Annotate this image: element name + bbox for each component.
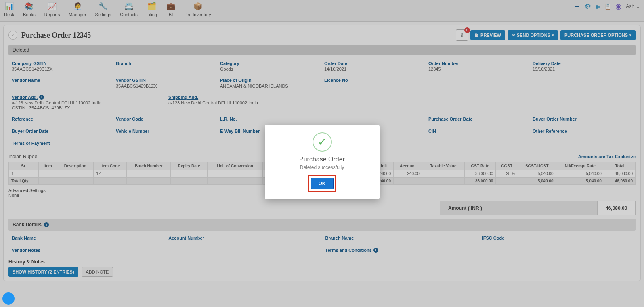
- field-value: ANDAMAN & NICOBAR ISLANDS: [220, 84, 318, 88]
- nav-manager[interactable]: 🧑‍💼Manager: [69, 2, 86, 17]
- nav-label: Manager: [69, 12, 86, 17]
- vendor-address-link[interactable]: Vendor Add.i: [12, 95, 162, 100]
- ok-button[interactable]: OK: [311, 178, 334, 189]
- col-header: Account: [393, 162, 422, 170]
- nav-books[interactable]: 📚Books: [23, 2, 36, 17]
- preview-button[interactable]: 🗎PREVIEW: [470, 30, 505, 40]
- field-label: Licence No: [324, 78, 422, 83]
- field-label: Account Number: [168, 236, 319, 240]
- nav-label: Contacts: [120, 12, 137, 17]
- field-label: Order Number: [428, 61, 526, 66]
- field-label: L.R. No.: [220, 117, 318, 121]
- vendor-address-line: a-123 New Delhi Central DELHI 110002 Ind…: [12, 100, 162, 105]
- tax-note: Amounts are Tax Exclusive: [578, 154, 636, 159]
- cell: 12: [94, 170, 127, 178]
- upload-badge: 0: [464, 27, 470, 33]
- nav-label: Desk: [4, 12, 14, 17]
- chat-bubble-icon[interactable]: [2, 292, 15, 305]
- field-label: Buyer Order Number: [533, 117, 630, 121]
- add-icon[interactable]: ＋: [573, 2, 581, 11]
- field-label: Buyer Order Date: [12, 129, 109, 134]
- success-check-icon: ✓: [313, 132, 332, 152]
- shipping-address-link[interactable]: Shipping Add.: [168, 95, 319, 100]
- top-right-icons: ＋ ⚙ ▦ 📋 ◉ Ash ⌄: [573, 2, 640, 11]
- contacts-icon: 📇: [124, 2, 134, 11]
- send-options-button[interactable]: ✉SEND OPTIONS: [508, 30, 558, 40]
- field-label: Branch Name: [325, 236, 476, 240]
- amount-value: 46,080.00: [597, 201, 636, 215]
- nav-label: Reports: [44, 12, 60, 17]
- reports-icon: 📈: [47, 2, 57, 11]
- field-label: Branch: [116, 61, 214, 66]
- info-icon: i: [39, 95, 44, 100]
- add-note-button[interactable]: ADD NOTE: [82, 267, 113, 277]
- inventory-icon: 📦: [193, 2, 203, 11]
- nav-desk[interactable]: 📊Desk: [4, 2, 14, 17]
- cell: [171, 178, 208, 185]
- vendor-gstin-line: GSTIN : 35AABCS1429B1ZX: [12, 105, 162, 110]
- nav-bi[interactable]: 💼BI: [166, 2, 176, 17]
- field-label: Vendor GSTIN: [116, 78, 214, 83]
- nav-inventory[interactable]: 📦Pro Inventory: [185, 2, 211, 17]
- cell: [127, 178, 171, 185]
- currency-label: Indian Rupee: [8, 154, 37, 159]
- nav-label: Pro Inventory: [185, 12, 211, 17]
- field-value: 14/10/2021: [324, 67, 422, 71]
- cell: [422, 178, 464, 185]
- history-title: History & Notes: [8, 259, 636, 265]
- field-label: Vehicle Number: [116, 129, 214, 134]
- upload-button[interactable]: ⇪ 0: [456, 29, 468, 41]
- cell: [57, 178, 94, 185]
- cell: [208, 178, 263, 185]
- col-header: Expiry Date: [171, 162, 208, 170]
- cell: 5,040.00: [556, 170, 604, 178]
- field-label: Vendor Name: [12, 78, 109, 83]
- terms-label: Terms and Conditions i: [325, 248, 633, 253]
- cell: [422, 170, 464, 178]
- col-header: SGST/UGST: [518, 162, 556, 170]
- cell: [39, 170, 57, 178]
- field-value: 12345: [428, 67, 526, 71]
- nav-contacts[interactable]: 📇Contacts: [120, 2, 137, 17]
- field-label: Other Reference: [533, 129, 630, 134]
- doc-icon: 🗎: [474, 33, 479, 38]
- cell: 46,080.00: [604, 170, 635, 178]
- show-history-button[interactable]: SHOW HISTORY (2 ENTRIES): [8, 267, 78, 277]
- grid-icon[interactable]: ▦: [595, 3, 600, 10]
- col-header: Taxable Value: [422, 162, 464, 170]
- page-header: ‹ Purchase Order 12345 ⇪ 0 🗎PREVIEW ✉SEN…: [8, 29, 636, 41]
- field-label: IFSC Code: [482, 236, 632, 240]
- cell: [57, 170, 94, 178]
- clipboard-icon[interactable]: 📋: [604, 3, 611, 10]
- nav-filing[interactable]: 🗂️Filing: [147, 2, 157, 17]
- field-label: Place of Origin: [220, 78, 318, 83]
- back-button[interactable]: ‹: [8, 31, 17, 40]
- cell: 5,040.00: [518, 170, 556, 178]
- col-header: Description: [57, 162, 94, 170]
- gear-icon[interactable]: ⚙: [585, 2, 591, 11]
- upload-icon: ⇪: [460, 32, 464, 38]
- field-label: Vendor Code: [116, 117, 214, 121]
- col-header: Nil/Exempt Rate: [556, 162, 604, 170]
- nav-label: Settings: [95, 12, 111, 17]
- field-value: 19/10/2021: [533, 67, 630, 71]
- po-options-button[interactable]: PURCHASE ORDER OPTIONS: [560, 30, 636, 40]
- globe-icon[interactable]: ◉: [615, 2, 622, 11]
- nav-settings[interactable]: 🔧Settings: [95, 2, 111, 17]
- advanced-settings-value: None: [8, 193, 19, 198]
- col-header: Item: [39, 162, 57, 170]
- cell: 240.00: [393, 170, 422, 178]
- user-menu[interactable]: Ash ⌄: [626, 4, 640, 9]
- field-label: Purchase Order Date: [428, 117, 526, 121]
- cell: [171, 170, 208, 178]
- advanced-settings-label: Advanced Settings :: [8, 188, 48, 193]
- field-value: Goods: [220, 67, 318, 71]
- button-label: SEND OPTIONS: [517, 33, 550, 38]
- field-label: Reference: [12, 117, 109, 121]
- field-label: Bank Name: [12, 236, 162, 240]
- cell: [208, 170, 263, 178]
- col-header: Batch Number: [127, 162, 171, 170]
- field-label: Terms of Payment: [12, 141, 109, 146]
- nav-reports[interactable]: 📈Reports: [44, 2, 60, 17]
- filing-icon: 🗂️: [147, 2, 157, 11]
